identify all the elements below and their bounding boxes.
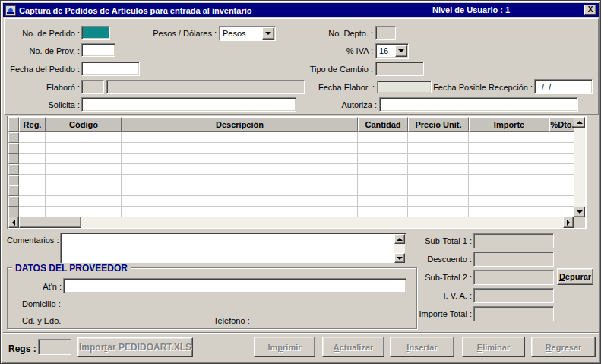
grid-header-descripcion[interactable]: Descripción	[122, 117, 358, 132]
grid-cell[interactable]	[549, 143, 575, 154]
grid-cell[interactable]	[469, 185, 549, 196]
table-row[interactable]	[8, 132, 575, 143]
grid-header-reg[interactable]: Reg.	[19, 117, 46, 132]
grid-cell[interactable]	[358, 185, 408, 196]
row-selector-cell[interactable]	[8, 185, 19, 196]
grid-cell[interactable]	[408, 164, 469, 175]
scroll-left-button[interactable]	[8, 217, 19, 228]
grid-cell[interactable]	[358, 164, 408, 175]
row-selector-cell[interactable]	[8, 132, 19, 143]
row-selector-cell[interactable]	[8, 164, 19, 175]
table-row[interactable]	[8, 196, 575, 207]
horizontal-scroll-track[interactable]	[81, 217, 563, 228]
grid-cell[interactable]	[19, 154, 46, 164]
imprimir-button[interactable]: Imprimir	[254, 337, 315, 357]
grid-cell[interactable]	[549, 175, 575, 185]
grid-cell[interactable]	[122, 175, 358, 185]
table-row[interactable]	[8, 154, 575, 164]
grid-cell[interactable]	[46, 185, 122, 196]
fecha-posible-input[interactable]	[534, 79, 593, 94]
table-row[interactable]	[8, 185, 575, 196]
insertar-button[interactable]: Insertar	[390, 337, 454, 357]
grid-cell[interactable]	[408, 196, 469, 207]
grid-vertical-scrollbar[interactable]	[574, 117, 585, 217]
grid-cell[interactable]	[19, 132, 46, 143]
grid-cell[interactable]	[122, 207, 358, 217]
grid-cell[interactable]	[46, 154, 122, 164]
grid-cell[interactable]	[19, 207, 46, 217]
grid-cell[interactable]	[549, 185, 575, 196]
atn-input[interactable]	[63, 278, 406, 293]
grid-cell[interactable]	[358, 175, 408, 185]
grid-cell[interactable]	[358, 143, 408, 154]
grid-cell[interactable]	[122, 154, 358, 164]
row-selector-cell[interactable]	[8, 207, 19, 217]
grid-cell[interactable]	[469, 164, 549, 175]
fecha-pedido-input[interactable]	[81, 62, 140, 76]
grid-cell[interactable]	[469, 143, 549, 154]
row-selector-cell[interactable]	[8, 154, 19, 164]
grid-header-cantidad[interactable]: Cantidad	[358, 117, 408, 132]
grid-cell[interactable]	[46, 143, 122, 154]
scroll-right-button[interactable]	[563, 217, 574, 228]
grid-cell[interactable]	[469, 175, 549, 185]
grid-cell[interactable]	[122, 143, 358, 154]
grid-cell[interactable]	[549, 207, 575, 217]
table-row[interactable]	[8, 164, 575, 175]
grid-cell[interactable]	[19, 185, 46, 196]
grid-cell[interactable]	[19, 175, 46, 185]
grid-cell[interactable]	[46, 175, 122, 185]
grid-header-importe[interactable]: Importe	[469, 117, 549, 132]
row-selector-cell[interactable]	[8, 196, 19, 207]
grid-cell[interactable]	[469, 196, 549, 207]
comentarios-textarea[interactable]	[60, 233, 406, 264]
grid-cell[interactable]	[408, 154, 469, 164]
grid-cell[interactable]	[122, 196, 358, 207]
importar-pedidoart-button[interactable]: Importar PEDIDOART.XLS	[77, 337, 193, 357]
no-prov-input[interactable]	[81, 43, 115, 57]
grid-cell[interactable]	[469, 207, 549, 217]
grid-cell[interactable]	[549, 132, 575, 143]
grid-cell[interactable]	[358, 207, 408, 217]
grid-cell[interactable]	[122, 164, 358, 175]
close-button[interactable]: X	[584, 5, 596, 15]
grid-cell[interactable]	[358, 132, 408, 143]
grid-cell[interactable]	[122, 132, 358, 143]
no-pedido-field[interactable]	[81, 26, 110, 40]
grid-cell[interactable]	[358, 154, 408, 164]
grid-cell[interactable]	[19, 143, 46, 154]
grid-cell[interactable]	[408, 207, 469, 217]
eliminar-button[interactable]: Eliminar	[462, 337, 525, 357]
grid-header-dto[interactable]: %Dto.	[549, 117, 575, 132]
actualizar-button[interactable]: Actualizar	[322, 337, 384, 357]
table-row[interactable]	[8, 207, 575, 217]
grid-cell[interactable]	[122, 185, 358, 196]
grid-cell[interactable]	[46, 196, 122, 207]
row-selector-cell[interactable]	[8, 143, 19, 154]
pesos-dolares-combo[interactable]: Pesos	[219, 26, 276, 41]
grid-cell[interactable]	[408, 175, 469, 185]
scroll-up-button[interactable]	[574, 117, 585, 128]
grid-cell[interactable]	[408, 132, 469, 143]
iva-dropdown-button[interactable]	[395, 45, 407, 57]
grid-cell[interactable]	[46, 164, 122, 175]
pesos-dolares-dropdown-button[interactable]	[262, 27, 274, 40]
titlebar[interactable]: Captura de Pedidos de Artículos para ent…	[3, 3, 599, 17]
comments-scroll-up-button[interactable]	[394, 234, 405, 244]
comments-scroll-down-button[interactable]	[394, 253, 405, 263]
grid-cell[interactable]	[469, 154, 549, 164]
grid-header-precio-unit[interactable]: Precio Unit.	[408, 117, 469, 132]
grid-cell[interactable]	[549, 164, 575, 175]
grid-cell[interactable]	[549, 196, 575, 207]
grid-cell[interactable]	[469, 132, 549, 143]
solicita-input[interactable]	[81, 97, 296, 112]
grid-cell[interactable]	[408, 143, 469, 154]
grid-cell[interactable]	[46, 207, 122, 217]
comments-scrollbar[interactable]	[394, 234, 405, 263]
grid-cell[interactable]	[19, 196, 46, 207]
table-row[interactable]	[8, 175, 575, 185]
grid-horizontal-scrollbar[interactable]	[8, 217, 574, 228]
grid-cell[interactable]	[46, 132, 122, 143]
regresar-button[interactable]: Regresar	[531, 337, 596, 357]
table-row[interactable]	[8, 143, 575, 154]
